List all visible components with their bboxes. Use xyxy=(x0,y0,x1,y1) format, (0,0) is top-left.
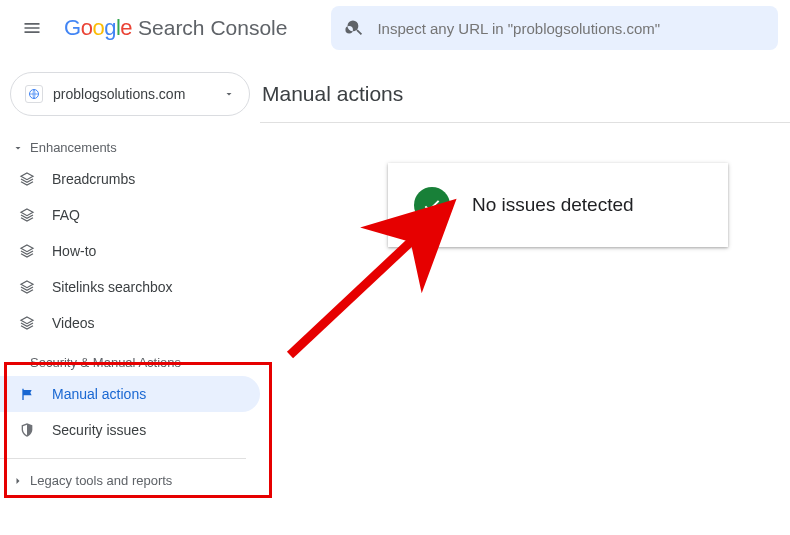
property-selector[interactable]: problogsolutions.com xyxy=(10,72,250,116)
url-inspect-search[interactable] xyxy=(331,6,778,50)
hamburger-icon xyxy=(22,18,42,38)
divider xyxy=(0,458,246,459)
logo-area: Google Search Console xyxy=(64,15,287,41)
status-card: No issues detected xyxy=(388,163,728,247)
layers-icon xyxy=(18,207,36,223)
sidebar-item-breadcrumbs[interactable]: Breadcrumbs xyxy=(0,161,260,197)
property-name: problogsolutions.com xyxy=(53,86,213,102)
sidebar: problogsolutions.com Enhancements Breadc… xyxy=(0,56,260,535)
sidebar-item-faq[interactable]: FAQ xyxy=(0,197,260,233)
caret-down-icon xyxy=(12,357,24,369)
section-header-security[interactable]: Security & Manual Actions xyxy=(0,349,260,376)
section-header-enhancements[interactable]: Enhancements xyxy=(0,134,260,161)
section-enhancements: Enhancements Breadcrumbs FAQ How-to Site… xyxy=(0,134,260,341)
section-security: Security & Manual Actions Manual actions… xyxy=(0,349,260,459)
search-icon xyxy=(345,18,365,38)
globe-icon xyxy=(25,85,43,103)
status-message: No issues detected xyxy=(472,194,634,216)
sidebar-item-manual-actions[interactable]: Manual actions xyxy=(0,376,260,412)
page-title: Manual actions xyxy=(260,82,790,123)
url-inspect-input[interactable] xyxy=(377,20,764,37)
sidebar-item-security-issues[interactable]: Security issues xyxy=(0,412,260,448)
section-header-legacy[interactable]: Legacy tools and reports xyxy=(0,467,260,494)
layers-icon xyxy=(18,315,36,331)
layers-icon xyxy=(18,171,36,187)
flag-icon xyxy=(18,386,36,402)
caret-down-icon xyxy=(12,142,24,154)
check-circle-icon xyxy=(414,187,450,223)
caret-down-icon xyxy=(223,88,235,100)
app-header: Google Search Console xyxy=(0,0,790,56)
sidebar-item-sitelinks[interactable]: Sitelinks searchbox xyxy=(0,269,260,305)
shield-icon xyxy=(18,422,36,438)
google-logo: Google xyxy=(64,15,132,41)
caret-right-icon xyxy=(12,475,24,487)
sidebar-item-howto[interactable]: How-to xyxy=(0,233,260,269)
product-name: Search Console xyxy=(138,16,287,40)
sidebar-item-videos[interactable]: Videos xyxy=(0,305,260,341)
layers-icon xyxy=(18,279,36,295)
main-content: Manual actions No issues detected xyxy=(260,56,790,535)
layers-icon xyxy=(18,243,36,259)
menu-button[interactable] xyxy=(12,8,52,48)
